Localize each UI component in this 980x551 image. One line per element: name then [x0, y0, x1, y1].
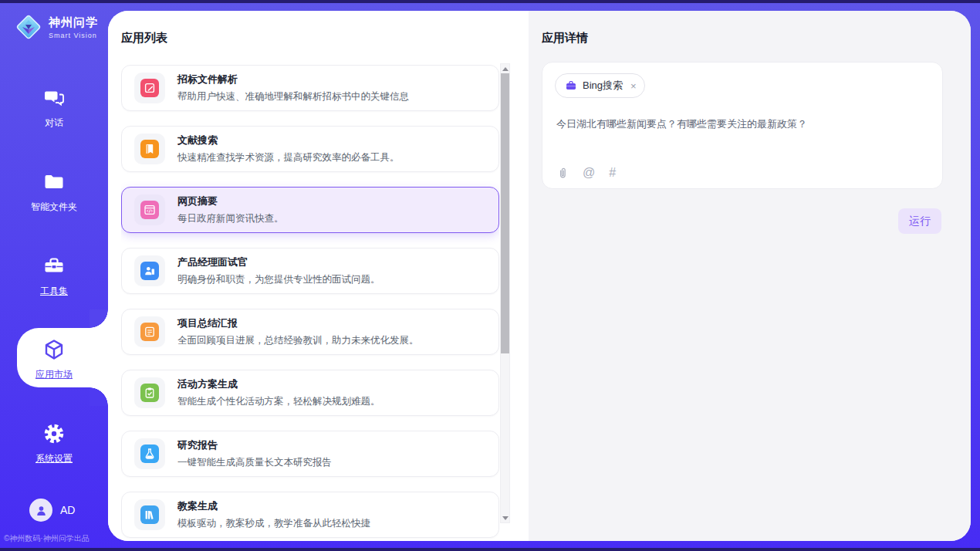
user-row[interactable]: AD — [29, 499, 75, 522]
app-description: 快速精准查找学术资源，提高研究效率的必备工具。 — [177, 151, 400, 164]
interviewer-icon — [140, 262, 159, 280]
sidebar-item-folder[interactable]: 智能文件夹 — [0, 171, 108, 220]
brand-subtitle: Smart Vision — [49, 32, 98, 39]
app-list-item[interactable]: 活动方案生成 智能生成个性化活动方案，轻松解决规划难题。 — [121, 370, 499, 416]
app-title: 招标文件解析 — [177, 73, 409, 86]
sidebar-item-label: 对话 — [0, 117, 108, 130]
briefcase-icon — [565, 79, 577, 92]
edit-document-icon — [140, 79, 159, 97]
app-title: 研究报告 — [177, 438, 332, 452]
sidebar-item-chat[interactable]: 对话 — [0, 86, 108, 136]
app-list-item[interactable]: 招标文件解析 帮助用户快速、准确地理解和解析招标书中的关键信息 — [121, 65, 499, 111]
clipboard-check-icon — [140, 384, 159, 402]
app-description: 一键智能生成高质量长文本研究报告 — [177, 456, 332, 469]
app-list-item[interactable]: 文献搜索 快速精准查找学术资源，提高研究效率的必备工具。 — [121, 126, 499, 172]
app-list-item[interactable]: 教案生成 模板驱动，教案秒成，教学准备从此轻松快捷 — [121, 492, 499, 538]
scrollbar-down-arrow-icon[interactable] — [501, 513, 509, 522]
avatar — [29, 499, 52, 522]
scrollbar-up-arrow-icon[interactable] — [501, 64, 509, 73]
sidebar-item-label: 系统设置 — [0, 452, 108, 465]
chat-icon — [42, 86, 66, 110]
user-name: AD — [60, 504, 75, 516]
books-icon — [140, 505, 159, 524]
app-detail-title: 应用详情 — [542, 31, 588, 46]
app-title: 产品经理面试官 — [177, 255, 380, 269]
app-list-item[interactable]: 研究报告 一键智能生成高质量长文本研究报告 — [121, 431, 499, 477]
app-description: 模板驱动，教案秒成，教学准备从此轻松快捷 — [177, 517, 370, 530]
app-list: 招标文件解析 帮助用户快速、准确地理解和解析招标书中的关键信息 文献搜索 快速精… — [121, 65, 499, 541]
app-description: 全面回顾项目进展，总结经验教训，助力未来优化发展。 — [177, 334, 419, 347]
at-icon[interactable]: @ — [583, 167, 595, 179]
sidebar: 神州问学 Smart Vision 对话 智能文件夹 工具集 应用市场 系统设置… — [0, 3, 108, 548]
app-icon-tile — [134, 316, 165, 347]
app-title: 教案生成 — [177, 499, 370, 513]
main-content: 应用列表 招标文件解析 帮助用户快速、准确地理解和解析招标书中的关键信息 文献搜… — [108, 11, 971, 541]
app-detail-card: Bing搜索 × 今日湖北有哪些新闻要点？有哪些需要关注的最新政策？ @# — [542, 62, 943, 189]
brand-logo: 神州问学 Smart Vision — [14, 12, 98, 42]
app-list-title: 应用列表 — [121, 31, 167, 46]
app-icon-tile — [134, 134, 165, 164]
query-text[interactable]: 今日湖北有哪些新闻要点？有哪些需要关注的最新政策？ — [556, 117, 928, 132]
app-description: 每日政府新闻资讯快查。 — [177, 212, 284, 225]
app-icon-tile — [134, 255, 165, 286]
sidebar-item-label: 智能文件夹 — [0, 201, 108, 214]
paperclip-icon[interactable] — [556, 167, 569, 179]
app-title: 网页摘要 — [177, 194, 284, 208]
note-icon — [140, 323, 159, 341]
sidebar-item-cube[interactable]: 应用市场 — [0, 338, 108, 387]
browser-code-icon — [140, 201, 159, 219]
folder-icon — [42, 171, 66, 194]
app-list-item[interactable]: 产品经理面试官 明确身份和职责，为您提供专业性的面试问题。 — [121, 248, 499, 294]
toolbox-icon — [42, 255, 66, 278]
app-title: 活动方案生成 — [177, 377, 380, 391]
app-description: 明确身份和职责，为您提供专业性的面试问题。 — [177, 273, 380, 286]
sidebar-item-toolbox[interactable]: 工具集 — [0, 255, 108, 304]
diamond-logo-icon — [14, 12, 43, 42]
app-icon-tile — [134, 73, 165, 103]
cube-icon — [42, 338, 66, 361]
sidebar-item-label: 应用市场 — [0, 368, 108, 381]
flask-report-icon — [140, 445, 159, 463]
app-detail-panel: 应用详情 Bing搜索 × 今日湖北有哪些新闻要点？有哪些需要关注的最新政策？ … — [529, 11, 971, 541]
app-icon-tile — [134, 438, 165, 469]
brand-name: 神州问学 — [49, 15, 98, 30]
app-description: 帮助用户快速、准确地理解和解析招标书中的关键信息 — [177, 90, 409, 103]
app-title: 文献搜索 — [177, 134, 400, 147]
input-toolbar: @# — [556, 167, 616, 179]
app-list-item[interactable]: 网页摘要 每日政府新闻资讯快查。 — [121, 187, 499, 233]
app-list-panel: 应用列表 招标文件解析 帮助用户快速、准确地理解和解析招标书中的关键信息 文献搜… — [108, 11, 529, 541]
sidebar-item-gear[interactable]: 系统设置 — [0, 422, 108, 472]
sidebar-item-label: 工具集 — [0, 285, 108, 298]
tool-chip-label: Bing搜索 — [583, 79, 623, 93]
app-list-scrollbar[interactable] — [500, 63, 510, 523]
app-description: 智能生成个性化活动方案，轻松解决规划难题。 — [177, 395, 380, 408]
app-list-item[interactable]: 项目总结汇报 全面回顾项目进展，总结经验教训，助力未来优化发展。 — [121, 309, 499, 355]
gear-icon — [42, 422, 66, 445]
chip-close-icon[interactable]: × — [630, 80, 637, 92]
run-button[interactable]: 运行 — [898, 208, 941, 234]
book-icon — [140, 140, 159, 158]
app-icon-tile — [134, 377, 165, 408]
user-avatar-icon — [35, 504, 48, 517]
app-icon-tile — [134, 499, 165, 530]
scrollbar-thumb[interactable] — [501, 73, 509, 353]
tool-chip-bing-search[interactable]: Bing搜索 × — [555, 73, 645, 98]
app-icon-tile — [134, 194, 165, 225]
sidebar-footer-credit: ©神州数码·神州问学出品 — [4, 533, 90, 544]
app-title: 项目总结汇报 — [177, 316, 419, 330]
hash-icon[interactable]: # — [609, 167, 616, 179]
